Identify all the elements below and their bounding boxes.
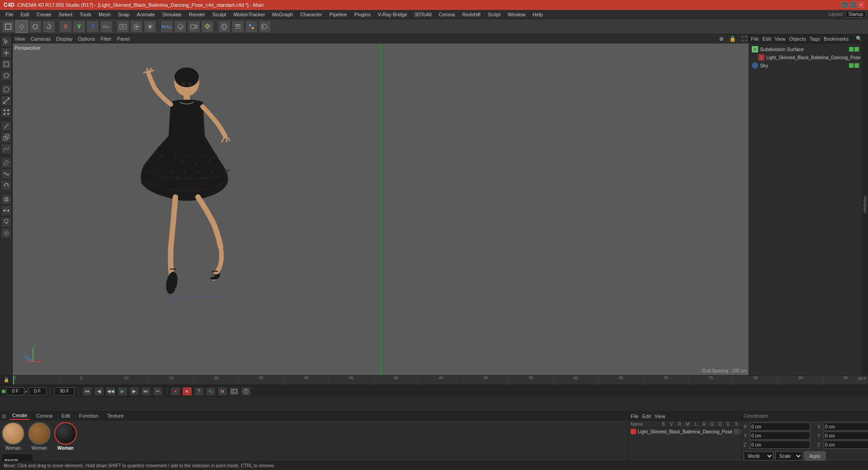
current-frame-input[interactable] <box>6 387 24 395</box>
menu-pipeline[interactable]: Pipeline <box>326 11 350 18</box>
attributes-panel-tab[interactable]: Attributes <box>862 34 868 375</box>
record-btn[interactable]: ● <box>170 387 180 396</box>
tb-camera[interactable] <box>188 20 200 33</box>
coord-y-pos-input[interactable] <box>750 432 810 440</box>
menu-select[interactable]: Select <box>55 11 76 18</box>
tool-smooth[interactable] <box>1 169 12 179</box>
menu-animate[interactable]: Animate <box>133 11 159 18</box>
viewport-options-menu[interactable]: Options <box>78 36 95 42</box>
coord-y-size-input[interactable] <box>824 432 868 440</box>
material-item-2[interactable]: Woman <box>28 422 51 451</box>
mat-tab-edit[interactable]: Edit <box>59 412 73 419</box>
menu-create[interactable]: Create <box>33 11 55 18</box>
menu-motion-tracker[interactable]: MotionTracker <box>230 11 269 18</box>
viewport-cameras-menu[interactable]: Cameras <box>31 36 51 42</box>
motion-path-btn[interactable] <box>206 387 216 396</box>
tb-tag[interactable] <box>259 20 271 33</box>
tool-rotate[interactable] <box>1 70 12 81</box>
obj-mgr-search-icon[interactable]: 🔍 <box>856 36 862 42</box>
apply-button[interactable]: Apply <box>804 451 826 461</box>
tool-paint[interactable] <box>1 216 12 227</box>
step-forward-btn[interactable]: ▶ <box>129 387 139 396</box>
obj-vis-toggle[interactable] <box>849 47 854 52</box>
viewport-filter-menu[interactable]: Filter <box>100 36 111 42</box>
play-btn[interactable]: ▶ <box>118 387 127 396</box>
key-all-btn[interactable]: K <box>182 387 192 396</box>
mat-tab-texture[interactable]: Texture <box>104 412 126 419</box>
menu-mograph[interactable]: MoGraph <box>269 11 297 18</box>
menu-plugins[interactable]: Plugins <box>351 11 374 18</box>
obj-mgr-objects[interactable]: Objects <box>789 36 806 42</box>
obj-sky-render[interactable] <box>854 63 859 68</box>
menu-vray[interactable]: V-Ray Bridge <box>374 11 411 18</box>
tb-material[interactable] <box>218 20 231 33</box>
menu-mesh[interactable]: Mesh <box>95 11 114 18</box>
obj-mgr-tags[interactable]: Tags <box>810 36 820 42</box>
maximize-button[interactable]: □ <box>850 2 856 8</box>
tb-axis-x[interactable]: X <box>59 20 72 33</box>
menu-3dtoall[interactable]: 3DToAll <box>411 11 435 18</box>
tool-select[interactable] <box>1 36 12 47</box>
tb-axis-y[interactable]: Y <box>73 20 85 33</box>
mat-tab-create[interactable]: Create <box>9 412 30 420</box>
tool-edge[interactable] <box>1 95 12 106</box>
attr-edit[interactable]: Edit <box>642 414 651 419</box>
tb-light[interactable] <box>201 20 214 33</box>
menu-tools[interactable]: Tools <box>76 11 95 18</box>
transform-mode-dropdown[interactable]: Scale Move Rotate <box>775 451 802 461</box>
viewport-view-menu[interactable]: View <box>14 36 25 42</box>
tool-magnet[interactable] <box>1 180 12 191</box>
tb-deformer[interactable] <box>231 20 244 33</box>
tb-axis-all[interactable]: ALL <box>100 20 113 33</box>
menu-edit[interactable]: Edit <box>17 11 33 18</box>
menu-sculpt[interactable]: Sculpt <box>209 11 230 18</box>
coord-z-pos-input[interactable] <box>750 441 810 449</box>
frame-value-input[interactable] <box>28 387 47 395</box>
tool-grid[interactable] <box>1 194 12 205</box>
tb-render-view[interactable] <box>117 20 129 33</box>
mat-swatch-1[interactable] <box>2 422 24 445</box>
menu-help[interactable]: Help <box>529 11 547 18</box>
tool-extrude[interactable] <box>1 132 12 143</box>
mat-tab-function[interactable]: Function <box>76 412 101 419</box>
menu-corona[interactable]: Corona <box>435 11 458 18</box>
morph-btn[interactable]: M <box>217 387 227 396</box>
goto-start-btn[interactable]: ⏮ <box>82 387 92 396</box>
attr-ballerina-row[interactable]: Light_Skinned_Black_Ballerina_Dancing_Po… <box>629 428 741 435</box>
goto-end-btn[interactable]: ⏭ <box>141 387 151 396</box>
coord-system-dropdown[interactable]: World Object Camera <box>744 451 774 461</box>
material-item-1[interactable]: Woman <box>2 422 24 451</box>
tool-sculpt-sub[interactable] <box>1 228 12 239</box>
tool-spline[interactable] <box>1 143 12 154</box>
tool-symmetry[interactable] <box>1 205 12 216</box>
menu-window[interactable]: Window <box>504 11 529 18</box>
key-sel-btn[interactable]: ? <box>194 387 204 396</box>
timeline-btn[interactable] <box>229 387 239 396</box>
viewport-display-menu[interactable]: Display <box>56 36 72 42</box>
obj-sky-vis[interactable] <box>849 63 854 68</box>
play-reverse-btn[interactable]: ◀◀ <box>106 387 116 396</box>
mat-swatch-2[interactable] <box>28 422 51 445</box>
coord-x-size-input[interactable] <box>824 423 868 431</box>
viewport-panel-menu[interactable]: Panel <box>117 36 130 42</box>
timeline-ruler[interactable]: 0 5 10 15 20 25 30 35 40 45 50 55 60 65 … <box>13 376 868 385</box>
powerslider-btn[interactable] <box>241 387 251 396</box>
tb-move-tool[interactable] <box>15 20 28 33</box>
obj-mgr-view[interactable]: View <box>775 36 786 42</box>
menu-character[interactable]: Character <box>297 11 326 18</box>
coord-x-pos-input[interactable] <box>750 423 810 431</box>
obj-render-toggle[interactable] <box>854 47 859 52</box>
menu-render[interactable]: Render <box>185 11 209 18</box>
obj-sky[interactable]: Sky <box>751 61 860 70</box>
tb-scale-tool[interactable] <box>29 20 42 33</box>
tb-axis-z[interactable]: Z <box>86 20 99 33</box>
tb-null[interactable]: NULL <box>160 20 173 33</box>
obj-ballerina[interactable]: Light_Skinned_Black_Ballerina_Dancing_Po… <box>751 53 860 61</box>
viewport-icon-lock[interactable]: 🔒 <box>729 36 736 42</box>
tool-move[interactable] <box>1 47 12 58</box>
mat-tab-corona[interactable]: Corona <box>33 412 55 419</box>
tb-cube[interactable] <box>174 20 187 33</box>
menu-simulate[interactable]: Simulate <box>159 11 185 18</box>
title-bar-controls[interactable]: ─ □ ✕ <box>842 2 864 8</box>
menu-redshift[interactable]: Redshift <box>458 11 484 18</box>
